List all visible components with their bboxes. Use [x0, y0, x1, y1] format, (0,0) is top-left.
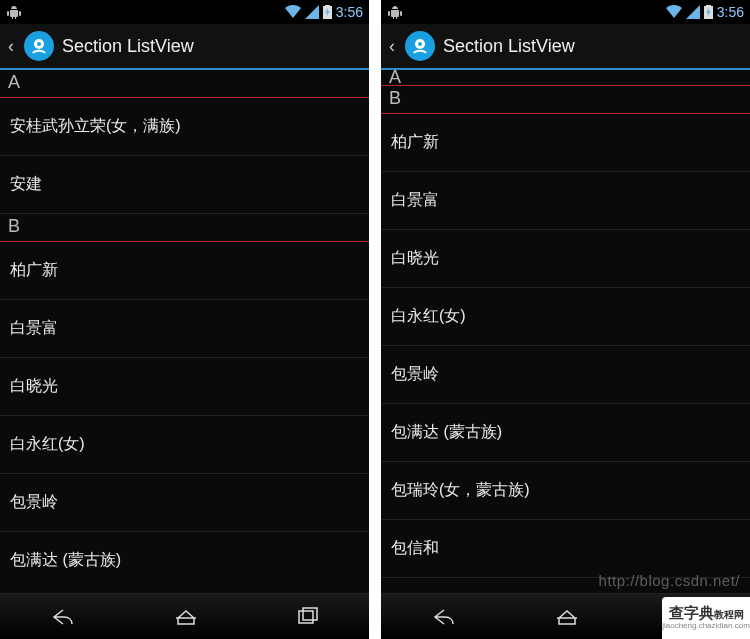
list-item[interactable]: 包满达 (蒙古族) [381, 404, 750, 462]
signal-icon [686, 5, 700, 19]
battery-icon [323, 5, 332, 19]
nav-home-icon[interactable] [556, 606, 578, 628]
signal-icon [305, 5, 319, 19]
list-item[interactable]: 白永红(女) [0, 416, 369, 474]
phone-left: 3:56 ‹ Section ListView A 安桂武孙立荣(女，满族) 安… [0, 0, 369, 639]
android-icon [6, 4, 22, 20]
status-time: 3:56 [336, 4, 363, 20]
list-item[interactable]: 白永红(女) [381, 288, 750, 346]
corner-logo-en: jiaocheng.chazidian.com [662, 622, 750, 631]
list-item[interactable]: 包信和 [381, 520, 750, 578]
status-bar: 3:56 [381, 0, 750, 24]
list-item[interactable]: 安桂武孙立荣(女，满族) [0, 98, 369, 156]
list-item[interactable]: 白晓光 [381, 230, 750, 288]
list-item[interactable]: 白景富 [381, 172, 750, 230]
list-item[interactable]: 柏广新 [0, 242, 369, 300]
section-header-b: B [381, 86, 750, 114]
svg-rect-2 [299, 611, 313, 623]
android-icon [387, 4, 403, 20]
list-item[interactable]: 白晓光 [0, 358, 369, 416]
wifi-icon [285, 5, 301, 19]
svg-point-1 [37, 42, 41, 46]
list-item[interactable]: 柏广新 [381, 114, 750, 172]
list-view[interactable]: A B 柏广新 白景富 白晓光 白永红(女) 包景岭 包满达 (蒙古族) 包瑞玲… [381, 70, 750, 593]
app-icon[interactable] [24, 31, 54, 61]
action-bar: ‹ Section ListView [0, 24, 369, 70]
corner-logo-cn: 查字典 [669, 604, 714, 621]
page-title: Section ListView [443, 36, 575, 57]
list-item[interactable]: 包瑞玲(女，蒙古族) [381, 462, 750, 520]
battery-icon [704, 5, 713, 19]
list-item[interactable]: 白景富 [0, 300, 369, 358]
page-title: Section ListView [62, 36, 194, 57]
list-item[interactable]: 包满达 (蒙古族) [0, 532, 369, 575]
status-time: 3:56 [717, 4, 744, 20]
list-item[interactable]: 宝音太(蒙古族) [381, 578, 750, 593]
nav-bar [0, 593, 369, 639]
wifi-icon [666, 5, 682, 19]
nav-back-icon[interactable] [431, 606, 457, 628]
section-header-a-partial: A [381, 70, 750, 86]
nav-home-icon[interactable] [175, 606, 197, 628]
back-icon[interactable]: ‹ [6, 36, 16, 57]
section-header-b: B [0, 214, 369, 242]
nav-back-icon[interactable] [50, 606, 76, 628]
corner-logo-sub: 教程网 [714, 609, 744, 620]
list-view[interactable]: A 安桂武孙立荣(女，满族) 安建 B 柏广新 白景富 白晓光 白永红(女) 包… [0, 70, 369, 593]
list-item[interactable]: 包景岭 [0, 474, 369, 532]
app-icon[interactable] [405, 31, 435, 61]
list-item[interactable]: 安建 [0, 156, 369, 214]
phone-right: 3:56 ‹ Section ListView A B 柏广新 白景富 白晓光 … [381, 0, 750, 639]
list-item[interactable]: 包景岭 [381, 346, 750, 404]
back-icon[interactable]: ‹ [387, 36, 397, 57]
status-bar: 3:56 [0, 0, 369, 24]
corner-logo: 查字典教程网 jiaocheng.chazidian.com [662, 597, 750, 639]
svg-point-5 [418, 42, 422, 46]
nav-recent-icon[interactable] [296, 607, 320, 627]
section-header-a: A [0, 70, 369, 98]
svg-rect-3 [303, 608, 317, 620]
action-bar: ‹ Section ListView [381, 24, 750, 70]
